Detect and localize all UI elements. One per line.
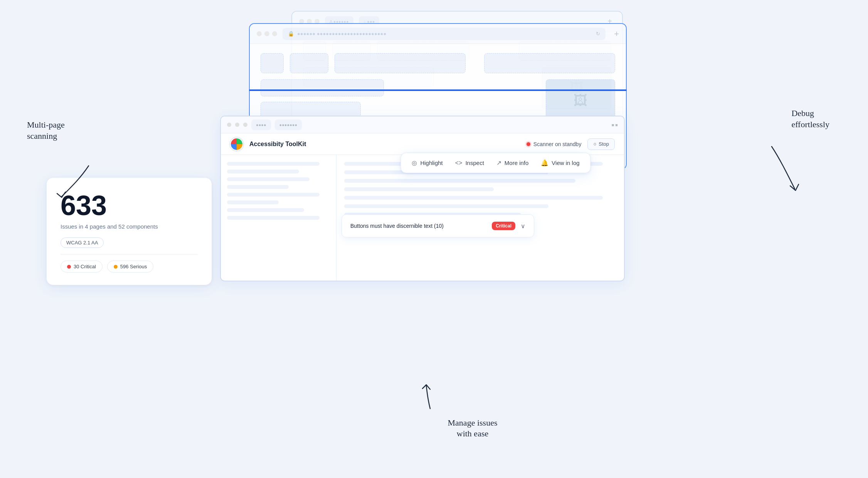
stop-button[interactable]: ○ Stop (587, 138, 615, 150)
severity-badge-critical: Critical (492, 222, 515, 230)
right-line (344, 179, 575, 183)
annotation-multi-page: Multi-page scanning (27, 120, 65, 141)
log-icon: 🔔 (541, 159, 548, 167)
traffic-light-red (257, 31, 262, 36)
annotation-manage: Manage issues with ease (448, 417, 498, 439)
scanner-status-text: Scanner on standby (533, 141, 582, 147)
traffic-light (235, 123, 239, 127)
external-link-icon: ↗ (496, 159, 501, 167)
annotation-debug: Debug effortlessly (791, 108, 829, 130)
critical-dot (67, 265, 71, 269)
multi-page-arrow (35, 162, 112, 200)
main-tab-1[interactable]: ●●●● (251, 120, 271, 130)
content-placeholder (261, 79, 384, 96)
issues-description: Issues in 4 pages and 52 components (61, 223, 198, 230)
right-line (344, 187, 494, 191)
manage-arrow (407, 382, 446, 412)
refresh-icon: ↻ (596, 31, 600, 37)
traffic-light-green (272, 31, 277, 36)
status-dot-red (527, 142, 530, 146)
scanner-status: Scanner on standby (527, 141, 582, 147)
toolbar-popup: ◎ Highlight <> Inspect ↗ More info 🔔 Vie… (400, 153, 590, 173)
address-bar[interactable]: 🔒 ●●●●●● ●●●●●●●●●●●●●●●●●●●●●●● ↻ (283, 28, 606, 40)
panel-line (227, 216, 320, 220)
more-info-button[interactable]: ↗ More info (496, 159, 529, 167)
window-controls: ■ ■ (612, 123, 618, 127)
panel-line (227, 170, 299, 173)
traffic-light (227, 123, 231, 127)
right-line (344, 196, 603, 200)
app-header: Accessibity ToolKit Scanner on standby ○… (221, 133, 624, 155)
right-line (344, 204, 548, 208)
panel-line (227, 185, 289, 189)
scan-line (249, 89, 627, 91)
highlight-button[interactable]: ◎ Highlight (412, 159, 442, 167)
issue-text: Buttons must have discernible text (10) (350, 223, 486, 229)
highlight-icon: ◎ (412, 159, 417, 167)
serious-dot (114, 265, 118, 269)
debug-arrow (749, 143, 818, 197)
panel-line (227, 162, 320, 166)
content-placeholder (484, 53, 615, 73)
left-panel (221, 155, 336, 281)
lock-icon: 🔒 (288, 31, 294, 37)
panel-line (227, 193, 320, 197)
content-placeholder (290, 53, 328, 73)
serious-badge: 596 Serious (107, 261, 153, 273)
app-icon (230, 138, 243, 151)
inspect-button[interactable]: <> Inspect (455, 160, 484, 167)
view-in-log-button[interactable]: 🔔 View in log (541, 159, 579, 167)
app-name: Accessibity ToolKit (249, 141, 306, 148)
panel-line (227, 200, 279, 204)
panel-line (227, 208, 304, 212)
content-placeholder (261, 53, 284, 73)
issue-row-popup: Buttons must have discernible text (10) … (341, 214, 534, 237)
panel-line (227, 177, 310, 181)
severity-row: 30 Critical 596 Serious (61, 261, 198, 273)
content-placeholder (335, 53, 466, 73)
traffic-light (243, 123, 247, 127)
chevron-down-icon[interactable]: ∨ (521, 222, 525, 230)
divider (61, 254, 198, 254)
main-tab-2[interactable]: ●●●●●●● (275, 120, 302, 130)
main-browser-window: ●●●● ●●●●●●● ■ ■ Accessibity ToolKit Sca… (220, 116, 625, 281)
critical-badge: 30 Critical (61, 261, 103, 273)
traffic-light-yellow (264, 31, 269, 36)
stop-icon: ○ (593, 141, 596, 147)
url-text: ●●●●●● ●●●●●●●●●●●●●●●●●●●●●●● (297, 31, 593, 37)
new-tab-button[interactable]: + (614, 29, 619, 39)
wcag-badge: WCAG 2.1 AA (61, 237, 104, 248)
main-titlebar: ●●●● ●●●●●●● ■ ■ (221, 116, 624, 133)
inspect-icon: <> (455, 160, 463, 167)
